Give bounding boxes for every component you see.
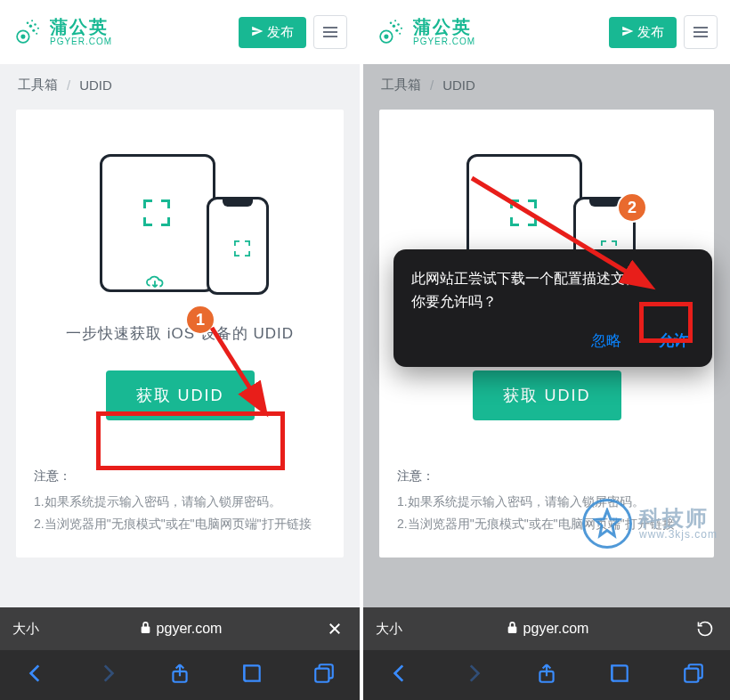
safari-toolbar [0, 650, 360, 700]
brand-name-en: PGYER.COM [50, 37, 112, 46]
hamburger-icon [694, 31, 708, 33]
svg-point-19 [394, 20, 396, 21]
publish-button-label: 发布 [637, 24, 664, 41]
text-size-button[interactable]: 大小 [12, 621, 39, 638]
notes-title: 注意： [34, 465, 326, 487]
publish-button-label: 发布 [267, 24, 294, 41]
safari-address-bar[interactable]: 大小 pgyer.com [363, 607, 730, 650]
paper-plane-icon [251, 25, 264, 40]
svg-rect-22 [685, 669, 698, 682]
notes-title: 注意： [397, 465, 696, 487]
brand-name-cn: 蒲公英 [413, 18, 475, 36]
svg-point-7 [31, 20, 33, 21]
notes-section: 注意： 1.如果系统提示输入密码，请输入锁屏密码。 2.当浏览器用"无痕模式"或… [34, 465, 326, 536]
get-udid-button[interactable]: 获取 UDID [106, 370, 255, 420]
paper-plane-icon [621, 25, 634, 40]
screenshot-step-2: 蒲公英 PGYER.COM 发布 工具箱 / UDID [363, 0, 730, 700]
screenshot-step-1: 蒲公英 PGYER.COM 发布 工具箱 / UDID [0, 0, 363, 700]
hamburger-menu-button[interactable] [684, 15, 718, 49]
svg-point-18 [390, 22, 393, 25]
notes-item: 2.当浏览器用"无痕模式"或在"电脑网页端"打开链接 [34, 513, 326, 535]
dialog-allow-button[interactable]: 允许 [653, 327, 694, 354]
address-url: pgyer.com [157, 621, 223, 637]
address-url: pgyer.com [523, 621, 589, 637]
app-header: 蒲公英 PGYER.COM 发布 [0, 0, 360, 64]
notes-item: 2.当浏览器用"无痕模式"或在"电脑网页端"打开链接 [397, 513, 696, 535]
svg-point-16 [395, 29, 398, 32]
svg-point-15 [397, 23, 400, 26]
breadcrumb: 工具箱 / UDID [0, 64, 360, 102]
safari-toolbar [363, 650, 730, 700]
svg-point-6 [27, 22, 29, 25]
svg-point-20 [399, 33, 401, 35]
svg-point-14 [393, 25, 395, 28]
share-button[interactable] [168, 662, 191, 688]
notes-section: 注意： 1.如果系统提示输入密码，请输入锁屏密码。 2.当浏览器用"无痕模式"或… [397, 465, 696, 536]
breadcrumb-current: UDID [79, 77, 112, 93]
udid-card: 一步快速获取 iOS 设备的 UDID 获取 UDID 注意： 1.如果系统提示… [16, 110, 344, 558]
bookmarks-button[interactable] [240, 662, 264, 688]
app-header: 蒲公英 PGYER.COM 发布 [363, 0, 730, 64]
publish-button[interactable]: 发布 [239, 17, 306, 48]
tabs-button[interactable] [682, 662, 705, 688]
lock-icon [140, 621, 151, 638]
notes-item: 1.如果系统提示输入密码，请输入锁屏密码。 [397, 491, 696, 513]
dialog-ignore-button[interactable]: 忽略 [586, 327, 627, 354]
svg-point-4 [32, 29, 35, 32]
hamburger-icon [323, 31, 337, 33]
back-button[interactable] [388, 662, 411, 688]
cloud-download-icon [145, 274, 165, 295]
breadcrumb-sep: / [67, 77, 70, 93]
svg-rect-10 [315, 669, 328, 682]
tabs-button[interactable] [312, 662, 336, 688]
close-icon[interactable] [322, 621, 347, 637]
brand-logo-icon [12, 17, 43, 47]
brand-logo[interactable]: 蒲公英 PGYER.COM [12, 17, 231, 47]
brand-logo-icon [376, 17, 406, 47]
bookmarks-button[interactable] [608, 662, 631, 688]
svg-point-2 [29, 25, 32, 28]
share-button[interactable] [535, 662, 558, 688]
dialog-message: 此网站正尝试下载一个配置描述文件。 你要允许吗？ [411, 267, 694, 313]
svg-point-8 [36, 33, 37, 35]
forward-button[interactable] [96, 662, 119, 688]
notes-item: 1.如果系统提示输入密码，请输入锁屏密码。 [34, 491, 326, 513]
svg-point-13 [384, 35, 388, 39]
card-tagline: 一步快速获取 iOS 设备的 UDID [34, 323, 326, 344]
download-profile-dialog: 此网站正尝试下载一个配置描述文件。 你要允许吗？ 忽略 允许 [393, 249, 712, 367]
svg-point-3 [34, 23, 36, 26]
safari-address-bar[interactable]: 大小 pgyer.com [0, 607, 360, 650]
back-button[interactable] [24, 662, 47, 688]
brand-name-en: PGYER.COM [413, 37, 475, 46]
svg-point-17 [401, 28, 402, 29]
get-udid-button[interactable]: 获取 UDID [473, 370, 621, 420]
svg-point-5 [37, 28, 39, 29]
publish-button[interactable]: 发布 [609, 17, 677, 48]
text-size-button[interactable]: 大小 [376, 621, 402, 638]
reload-icon[interactable] [693, 620, 718, 638]
svg-point-1 [20, 35, 25, 39]
device-illustration [91, 154, 269, 297]
lock-icon [507, 621, 518, 638]
brand-name-cn: 蒲公英 [50, 18, 112, 36]
brand-logo[interactable]: 蒲公英 PGYER.COM [376, 17, 602, 47]
forward-button[interactable] [462, 662, 485, 688]
breadcrumb-root[interactable]: 工具箱 [18, 77, 58, 94]
hamburger-menu-button[interactable] [313, 15, 347, 49]
